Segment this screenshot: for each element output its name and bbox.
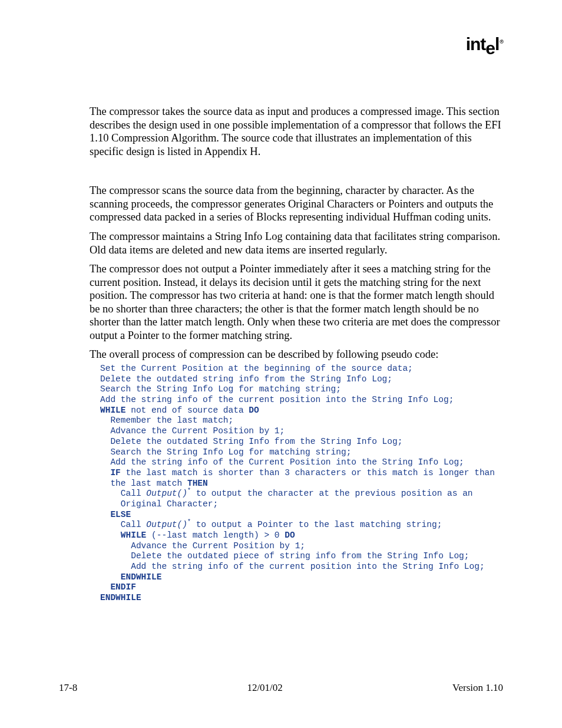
pseudocode-block: Set the Current Position at the beginnin… — [100, 364, 503, 604]
paragraph-2: The compressor scans the source data fro… — [90, 184, 503, 224]
footer-date: 12/01/02 — [247, 682, 282, 694]
paragraph-4: The compressor does not output a Pointer… — [90, 262, 503, 342]
paragraph-3: The compressor maintains a String Info L… — [90, 230, 503, 256]
page-footer: 17-8 12/01/02 Version 1.10 — [59, 682, 503, 694]
intel-logo: intel® — [466, 34, 503, 54]
page: intel® The compressor takes the source d… — [0, 0, 562, 728]
paragraph-1: The compressor takes the source data as … — [90, 105, 503, 158]
footer-page-number: 17-8 — [59, 682, 77, 694]
footer-version: Version 1.10 — [452, 682, 503, 694]
registered-mark: ® — [500, 39, 503, 45]
paragraph-5: The overall process of compression can b… — [90, 348, 503, 361]
page-content: The compressor takes the source data as … — [90, 105, 503, 604]
